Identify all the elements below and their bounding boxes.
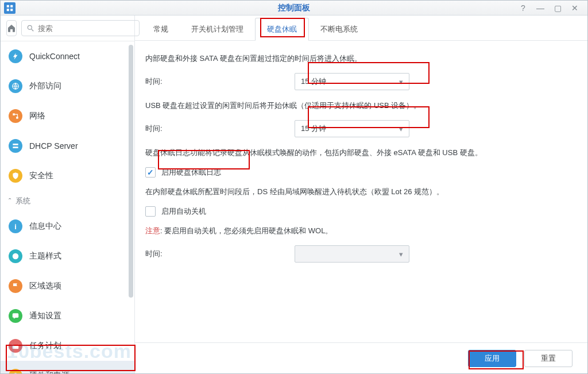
info-icon: i: [9, 219, 22, 233]
sidebar-item-label: 安全性: [29, 171, 53, 181]
home-icon: [7, 24, 16, 33]
sidebar-item-label: 主题样式: [29, 251, 61, 261]
maximize-button[interactable]: ▢: [553, 3, 562, 13]
app-icon: [4, 2, 16, 14]
help-button[interactable]: ?: [519, 3, 528, 13]
apply-button[interactable]: 应用: [468, 350, 516, 367]
sidebar-scrollbar[interactable]: [129, 45, 133, 370]
window-controls: ? — ▢ ✕: [519, 3, 587, 13]
label-time-1: 时间:: [145, 76, 295, 87]
sidebar-item-notify[interactable]: 通知设置: [1, 301, 134, 331]
checkbox-auto-shutdown-label: 启用自动关机: [161, 206, 206, 217]
sidebar-item-region[interactable]: 区域选项: [1, 271, 134, 301]
desc-usb: USB 硬盘在超过设置的闲置时间后将开始休眠（仅适用于支持休眠的 USB 设备）…: [145, 99, 570, 112]
svg-rect-2: [7, 9, 9, 11]
server-icon: [9, 139, 22, 153]
content-area: 常规 开关机计划管理 硬盘休眠 不断电系统 内部硬盘和外接 SATA 硬盘在闲置…: [135, 16, 587, 373]
sidebar-item-label: 任务计划: [29, 341, 61, 351]
chat-icon: [9, 309, 22, 323]
chevron-up-icon: ˆ: [9, 197, 11, 206]
checkbox-enable-log-label: 启用硬盘休眠日志: [161, 167, 221, 178]
svg-rect-3: [10, 9, 13, 11]
chevron-down-icon: ▾: [399, 125, 403, 133]
sidebar-item-label: 通知设置: [29, 311, 61, 321]
sidebar-item-label: QuickConnect: [29, 52, 80, 61]
label-time-2: 时间:: [145, 124, 295, 134]
globe-icon: [9, 79, 22, 93]
sidebar-item-label: 区域选项: [29, 281, 61, 291]
sidebar-group-label: 系统: [16, 196, 30, 206]
tab-power-sched[interactable]: 开关机计划管理: [180, 18, 255, 40]
dropdown-time-1[interactable]: 15 分钟 ▾: [295, 73, 409, 90]
checkbox-auto-shutdown[interactable]: [145, 206, 156, 217]
sidebar-item-label: 硬件和电源: [29, 371, 69, 373]
label-time-3: 时间:: [145, 249, 295, 259]
sidebar-item-task[interactable]: 任务计划: [1, 331, 134, 361]
tab-general[interactable]: 常规: [142, 18, 180, 40]
checkbox-enable-log[interactable]: [145, 167, 156, 178]
dropdown-value: 15 分钟: [301, 76, 326, 87]
sidebar-item-label: 外部访问: [29, 81, 61, 91]
svg-point-4: [28, 25, 32, 29]
chevron-down-icon: ▾: [399, 78, 403, 86]
sidebar-item-security[interactable]: 安全性: [1, 161, 134, 191]
svg-point-11: [13, 253, 19, 260]
svg-rect-12: [13, 313, 19, 318]
sidebar-item-info-center[interactable]: i 信息中心: [1, 211, 134, 241]
svg-rect-1: [10, 5, 13, 7]
dropdown-time-3: ▾: [295, 245, 409, 263]
bulb-icon: [9, 369, 22, 373]
sidebar-item-external-access[interactable]: 外部访问: [1, 71, 134, 101]
sidebar-item-dhcp[interactable]: DHCP Server: [1, 131, 134, 161]
desc-auto-shutdown: 在内部硬盘休眠所配置时间段后，DS 经由局域网唤醒进入待机状态（欧盟 Lot 2…: [145, 186, 570, 198]
reset-button[interactable]: 重置: [524, 350, 572, 367]
lightning-icon: [9, 49, 22, 63]
palette-icon: [9, 249, 22, 263]
tab-ups[interactable]: 不断电系统: [309, 18, 369, 40]
note-label: 注意: [145, 226, 160, 235]
window-title: 控制面板: [1, 3, 587, 13]
calendar-icon: [9, 339, 22, 353]
sidebar-item-hardware-power[interactable]: 硬件和电源: [1, 361, 134, 373]
svg-line-5: [32, 29, 34, 32]
flag-icon: [9, 279, 22, 293]
note-line: 注意: 要启用自动关机，您必须先启用硬盘休眠和 WOL。: [145, 225, 570, 237]
sidebar: QuickConnect 外部访问 网络 DHCP Server: [1, 16, 135, 373]
search-icon: [26, 24, 34, 32]
svg-rect-0: [7, 5, 9, 7]
sidebar-item-theme[interactable]: 主题样式: [1, 241, 134, 271]
search-box[interactable]: [21, 20, 140, 36]
svg-point-15: [14, 373, 18, 373]
tab-hdd-hibernate[interactable]: 硬盘休眠: [255, 18, 309, 41]
svg-rect-7: [13, 113, 15, 115]
desc-internal-sata: 内部硬盘和外接 SATA 硬盘在闲置超过指定的时间后将进入休眠。: [145, 52, 570, 65]
note-text: : 要启用自动关机，您必须先启用硬盘休眠和 WOL。: [160, 226, 332, 235]
sidebar-item-quickconnect[interactable]: QuickConnect: [1, 41, 134, 71]
content-body: 内部硬盘和外接 SATA 硬盘在闲置超过指定的时间后将进入休眠。 时间: 15 …: [135, 41, 587, 342]
network-icon: [9, 109, 22, 123]
control-panel-window: 控制面板 ? — ▢ ✕ QuickC: [0, 0, 588, 374]
sidebar-item-label: 信息中心: [29, 221, 61, 232]
home-button[interactable]: [6, 20, 17, 36]
shield-icon: [9, 169, 22, 183]
tabbar: 常规 开关机计划管理 硬盘休眠 不断电系统: [135, 16, 587, 41]
footer: 应用 重置: [135, 342, 587, 373]
close-button[interactable]: ✕: [570, 3, 579, 13]
sidebar-group-system[interactable]: ˆ 系统: [1, 191, 134, 211]
dropdown-time-2[interactable]: 15 分钟 ▾: [295, 120, 409, 137]
titlebar: 控制面板 ? — ▢ ✕: [1, 1, 587, 16]
scrollbar-thumb[interactable]: [129, 45, 133, 298]
sidebar-item-label: 网络: [29, 111, 45, 121]
svg-rect-9: [13, 144, 18, 145]
chevron-down-icon: ▾: [399, 250, 403, 259]
desc-log: 硬盘休眠日志功能将记录硬盘从休眠模式唤醒的动作，包括内部硬盘、外接 eSATA …: [145, 146, 570, 159]
dropdown-value: 15 分钟: [301, 124, 326, 134]
search-input[interactable]: [38, 24, 134, 33]
sidebar-item-network[interactable]: 网络: [1, 101, 134, 131]
svg-rect-10: [13, 146, 18, 148]
minimize-button[interactable]: —: [536, 3, 545, 13]
sidebar-item-label: DHCP Server: [29, 141, 78, 151]
svg-rect-14: [13, 344, 19, 345]
